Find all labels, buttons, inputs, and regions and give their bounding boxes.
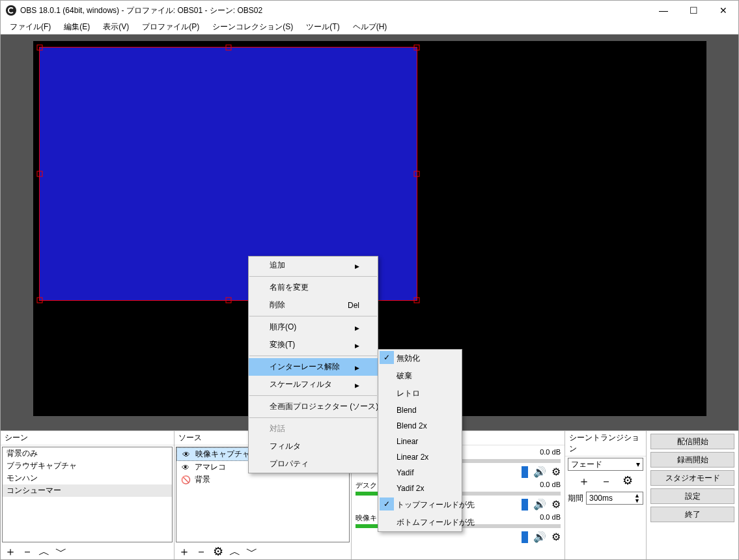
eye-icon[interactable]: 👁 (181, 450, 191, 459)
resize-handle[interactable] (414, 171, 420, 177)
resize-handle[interactable] (414, 45, 420, 51)
context-menu-item[interactable]: 名前を変更 (249, 279, 378, 296)
gear-icon[interactable]: ⚙ (622, 473, 633, 489)
context-menu-item[interactable]: スケールフィルタ (249, 376, 378, 393)
submenu-item[interactable]: ボトムフィールドが先 (378, 514, 462, 531)
exit-button[interactable]: 終了 (650, 507, 734, 522)
context-menu-item[interactable]: インターレース解除 (249, 358, 378, 376)
submenu-label: Linear (397, 437, 418, 446)
close-button[interactable]: ✕ (708, 1, 738, 20)
menu-profile[interactable]: プロファイル(P) (135, 20, 206, 34)
gear-icon[interactable]: ⚙ (551, 466, 561, 478)
window-title: OBS 18.0.1 (64bit, windows) - プロファイル: OB… (20, 5, 648, 16)
controls-panel: 配信開始 録画開始 スタジオモード 設定 終了 (647, 431, 738, 559)
gear-icon[interactable]: ⚙ (551, 498, 561, 511)
submenu-arrow-icon (355, 261, 359, 270)
gear-icon[interactable]: ⚙ (212, 544, 224, 559)
resize-handle[interactable] (414, 298, 420, 303)
submenu-item[interactable]: Blend 2x (378, 418, 462, 434)
gear-icon[interactable]: ⚙ (551, 531, 561, 543)
minimize-button[interactable]: — (648, 1, 678, 20)
context-menu-item[interactable]: プロパティ (249, 455, 378, 473)
submenu-item[interactable]: Yadif (378, 465, 462, 481)
eye-off-icon[interactable]: 🚫 (180, 475, 191, 484)
scene-item[interactable]: モンハン (3, 472, 172, 484)
remove-icon[interactable]: － (195, 544, 207, 559)
speaker-icon[interactable]: 🔊 (533, 498, 546, 511)
scenes-panel: シーン 背景のみブラウザキャプチャモンハンコンシューマー ＋ － ︿ ﹀ (1, 431, 174, 559)
menu-file[interactable]: ファイル(F) (3, 20, 57, 34)
menu-tools[interactable]: ツール(T) (300, 20, 346, 34)
speaker-icon[interactable]: 🔊 (533, 531, 546, 543)
up-icon[interactable]: ︿ (229, 544, 241, 559)
duration-input[interactable]: 300ms ▲▼ (586, 492, 643, 505)
remove-icon[interactable]: － (21, 544, 33, 559)
menu-help[interactable]: ヘルプ(H) (346, 20, 394, 34)
menu-item-label: 対話 (270, 423, 285, 434)
eye-icon[interactable]: 👁 (180, 463, 191, 472)
submenu-label: レトロ (397, 389, 420, 398)
titlebar: OBS 18.0.1 (64bit, windows) - プロファイル: OB… (1, 1, 738, 20)
submenu-item[interactable]: Yadif 2x (378, 481, 462, 496)
transitions-title: シーントランジション (565, 431, 646, 456)
app-icon (6, 5, 16, 16)
submenu-item[interactable]: Linear (378, 434, 462, 449)
menu-scene-collection[interactable]: シーンコレクション(S) (206, 20, 300, 34)
up-icon[interactable]: ︿ (38, 544, 50, 559)
start-recording-button[interactable]: 録画開始 (650, 452, 734, 468)
submenu-item[interactable]: Blend (378, 402, 462, 418)
menu-view[interactable]: 表示(V) (96, 20, 135, 34)
resize-handle[interactable] (37, 45, 43, 51)
context-menu[interactable]: 追加名前を変更削除Del順序(O)変換(T)インターレース解除スケールフィルタ全… (248, 256, 378, 473)
spinner-icon[interactable]: ▲▼ (634, 493, 640, 503)
resize-handle[interactable] (225, 298, 231, 303)
resize-handle[interactable] (225, 45, 231, 51)
submenu-label: Yadif 2x (397, 484, 424, 493)
submenu-item[interactable]: 破棄 (378, 367, 462, 385)
context-menu-item[interactable]: 変換(T) (249, 336, 378, 354)
context-menu-item[interactable]: フィルタ (249, 438, 378, 455)
menu-item-label: 変換(T) (270, 339, 295, 350)
submenu-item[interactable]: ✓トップフィールドが先 (378, 496, 462, 514)
add-icon[interactable]: ＋ (578, 473, 590, 489)
scene-item[interactable]: ブラウザキャプチャ (3, 460, 172, 472)
context-menu-item[interactable]: 削除Del (249, 296, 378, 314)
submenu-item[interactable]: Linear 2x (378, 449, 462, 465)
submenu-arrow-icon (355, 380, 359, 389)
preview-area[interactable]: 追加名前を変更削除Del順序(O)変換(T)インターレース解除スケールフィルタ全… (1, 35, 738, 430)
resize-handle[interactable] (37, 171, 43, 177)
submenu-item[interactable]: ✓無効化 (378, 350, 462, 367)
menu-item-label: スケールフィルタ (270, 379, 332, 390)
volume-slider[interactable] (522, 499, 528, 511)
settings-button[interactable]: 設定 (650, 488, 734, 504)
menu-edit[interactable]: 編集(E) (57, 20, 96, 34)
add-icon[interactable]: ＋ (5, 544, 16, 559)
remove-icon[interactable]: － (600, 473, 612, 489)
source-item[interactable]: 🚫背景 (176, 473, 349, 486)
context-menu-item[interactable]: 全画面プロジェクター (ソース) (249, 398, 378, 415)
submenu-item[interactable]: レトロ (378, 385, 462, 402)
context-menu-item[interactable]: 追加 (249, 257, 378, 274)
volume-slider[interactable] (522, 466, 528, 478)
down-icon[interactable]: ﹀ (246, 544, 258, 559)
context-menu-item[interactable]: 順序(O) (249, 318, 378, 336)
down-icon[interactable]: ﹀ (55, 544, 67, 559)
transitions-panel: シーントランジション フェード ▾ ＋ － ⚙ 期間 300ms ▲▼ (565, 431, 647, 559)
scenes-list[interactable]: 背景のみブラウザキャプチャモンハンコンシューマー (2, 447, 173, 542)
submenu-arrow-icon (355, 363, 359, 372)
transition-select[interactable]: フェード ▾ (568, 458, 643, 471)
submenu-arrow-icon (355, 323, 359, 332)
start-streaming-button[interactable]: 配信開始 (650, 434, 734, 449)
studio-mode-button[interactable]: スタジオモード (650, 470, 734, 486)
volume-slider[interactable] (522, 531, 528, 543)
scene-item[interactable]: コンシューマー (3, 484, 172, 497)
maximize-button[interactable]: ☐ (678, 1, 708, 20)
resize-handle[interactable] (37, 298, 43, 303)
menu-item-label: フィルタ (270, 441, 301, 452)
scenes-toolbar: ＋ － ︿ ﹀ (1, 544, 174, 559)
speaker-icon[interactable]: 🔊 (533, 466, 546, 478)
deinterlace-submenu[interactable]: ✓無効化破棄レトロBlendBlend 2xLinearLinear 2xYad… (378, 349, 462, 532)
scene-item[interactable]: 背景のみ (3, 447, 172, 460)
add-icon[interactable]: ＋ (178, 544, 190, 559)
chevron-down-icon: ▾ (636, 460, 640, 469)
